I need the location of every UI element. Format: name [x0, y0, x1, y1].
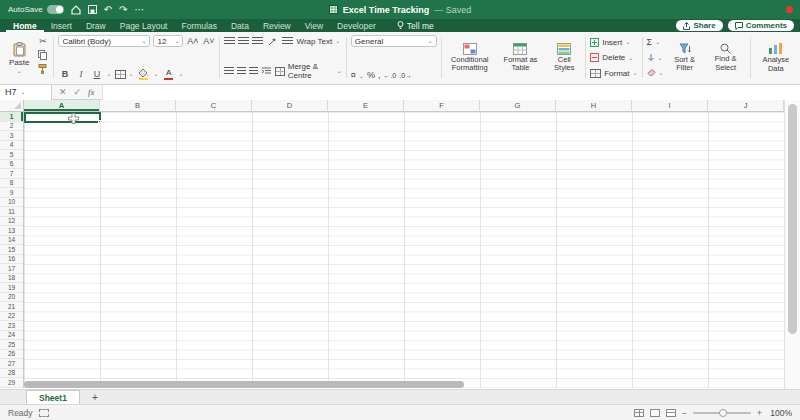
row-header-15[interactable]: 15: [0, 245, 23, 255]
row-header-13[interactable]: 13: [0, 226, 23, 236]
row-header-23[interactable]: 23: [0, 321, 23, 331]
row-header-21[interactable]: 21: [0, 302, 23, 312]
row-header-3[interactable]: 3: [0, 131, 23, 141]
format-as-table-button[interactable]: Format as Table: [497, 35, 545, 80]
fill-button[interactable]: ⌄: [647, 51, 664, 65]
row-header-19[interactable]: 19: [0, 283, 23, 293]
cell-styles-button[interactable]: Cell Styles: [547, 35, 581, 80]
formula-input[interactable]: [103, 85, 800, 100]
paste-button[interactable]: Paste ⌄: [5, 35, 33, 80]
analyse-data-button[interactable]: Analyse Data: [755, 35, 797, 80]
tell-me-button[interactable]: Tell me: [397, 21, 434, 31]
zoom-slider[interactable]: [693, 412, 751, 414]
italic-button[interactable]: I: [74, 68, 87, 80]
row-header-17[interactable]: 17: [0, 264, 23, 274]
column-header-A[interactable]: A: [24, 100, 100, 111]
conditional-formatting-button[interactable]: Conditional Formatting: [446, 35, 494, 80]
autosave-switch-icon[interactable]: [47, 5, 64, 14]
row-header-5[interactable]: 5: [0, 150, 23, 160]
tab-data[interactable]: Data: [224, 19, 256, 32]
copy-icon[interactable]: [36, 49, 49, 61]
row-header-11[interactable]: 11: [0, 207, 23, 217]
row-header-18[interactable]: 18: [0, 274, 23, 284]
row-header-22[interactable]: 22: [0, 312, 23, 322]
font-color-caret-icon[interactable]: ⌄: [179, 71, 184, 77]
row-header-25[interactable]: 25: [0, 340, 23, 350]
normal-view-icon[interactable]: [634, 409, 644, 417]
zoom-in-icon[interactable]: +: [757, 408, 762, 418]
bold-button[interactable]: B: [58, 68, 71, 80]
row-header-27[interactable]: 27: [0, 359, 23, 369]
align-right-icon[interactable]: [249, 67, 258, 75]
percent-icon[interactable]: %: [367, 71, 375, 80]
row-header-8[interactable]: 8: [0, 179, 23, 189]
fill-handle[interactable]: [98, 120, 101, 123]
sheet-tab-sheet1[interactable]: Sheet1: [26, 390, 80, 404]
column-header-F[interactable]: F: [404, 100, 480, 111]
align-top-icon[interactable]: [224, 37, 235, 45]
select-all-button[interactable]: [0, 100, 24, 111]
home-icon[interactable]: [71, 5, 81, 15]
row-header-29[interactable]: 29: [0, 378, 23, 388]
horizontal-scrollbar[interactable]: [24, 381, 764, 388]
align-center-icon[interactable]: [237, 67, 246, 75]
wrap-text-button[interactable]: Wrap Text ⌄: [282, 37, 340, 46]
row-header-9[interactable]: 9: [0, 188, 23, 198]
autosave-toggle[interactable]: AutoSave: [8, 5, 64, 14]
tab-page-layout[interactable]: Page Layout: [113, 19, 175, 32]
column-header-C[interactable]: C: [176, 100, 252, 111]
increase-font-icon[interactable]: A˄: [186, 35, 199, 47]
undo-icon[interactable]: ↶: [104, 5, 112, 15]
font-color-icon[interactable]: A: [162, 69, 176, 80]
redo-icon[interactable]: ↷: [119, 5, 127, 15]
row-header-24[interactable]: 24: [0, 331, 23, 341]
align-bottom-icon[interactable]: [252, 37, 263, 45]
insert-function-button[interactable]: fx: [88, 87, 95, 97]
share-button[interactable]: Share: [676, 20, 722, 31]
column-header-E[interactable]: E: [328, 100, 404, 111]
comma-icon[interactable]: ,: [378, 71, 381, 80]
paste-caret-icon[interactable]: ⌄: [17, 68, 22, 74]
tab-view[interactable]: View: [298, 19, 330, 32]
currency-caret-icon[interactable]: ⌄: [359, 73, 364, 79]
underline-caret-icon[interactable]: ⌄: [106, 71, 111, 77]
row-header-10[interactable]: 10: [0, 198, 23, 208]
font-size-select[interactable]: 12 ⌄: [153, 35, 183, 47]
row-header-26[interactable]: 26: [0, 350, 23, 360]
insert-button[interactable]: Insert ⌄: [590, 35, 637, 49]
worksheet-grid[interactable]: [24, 112, 784, 388]
merge-centre-button[interactable]: Merge & Centre ⌄: [275, 62, 341, 80]
tab-developer[interactable]: Developer: [330, 19, 383, 32]
add-sheet-button[interactable]: +: [88, 390, 102, 404]
increase-decimal-icon[interactable]: ←.0: [383, 72, 396, 79]
column-header-D[interactable]: D: [252, 100, 328, 111]
clear-button[interactable]: ⌄: [647, 66, 664, 80]
column-header-B[interactable]: B: [100, 100, 176, 111]
column-header-G[interactable]: G: [480, 100, 556, 111]
column-header-H[interactable]: H: [556, 100, 632, 111]
tab-home[interactable]: Home: [6, 19, 44, 32]
horizontal-scrollbar-thumb[interactable]: [24, 381, 464, 388]
page-break-view-icon[interactable]: [666, 409, 676, 417]
format-painter-icon[interactable]: [36, 63, 49, 75]
row-header-20[interactable]: 20: [0, 293, 23, 303]
underline-button[interactable]: U: [90, 68, 103, 80]
align-middle-icon[interactable]: [238, 37, 249, 45]
row-header-14[interactable]: 14: [0, 236, 23, 246]
row-header-16[interactable]: 16: [0, 255, 23, 265]
autosum-button[interactable]: Σ ⌄: [647, 35, 664, 49]
vertical-scrollbar[interactable]: [784, 100, 800, 389]
name-box[interactable]: H7 ⌄: [0, 85, 52, 100]
row-header-7[interactable]: 7: [0, 169, 23, 179]
sort-filter-button[interactable]: Sort & Filter: [667, 35, 703, 80]
tab-draw[interactable]: Draw: [79, 19, 113, 32]
confirm-entry-icon[interactable]: ✓: [74, 87, 82, 97]
zoom-level[interactable]: 100%: [768, 408, 792, 418]
find-select-button[interactable]: Find & Select: [706, 35, 746, 80]
row-header-2[interactable]: 2: [0, 122, 23, 132]
decrease-decimal-icon[interactable]: .0→: [399, 72, 412, 79]
page-layout-view-icon[interactable]: [650, 409, 660, 417]
currency-icon[interactable]: ¤: [351, 71, 356, 80]
row-header-12[interactable]: 12: [0, 217, 23, 227]
comments-button[interactable]: Comments: [728, 20, 794, 31]
